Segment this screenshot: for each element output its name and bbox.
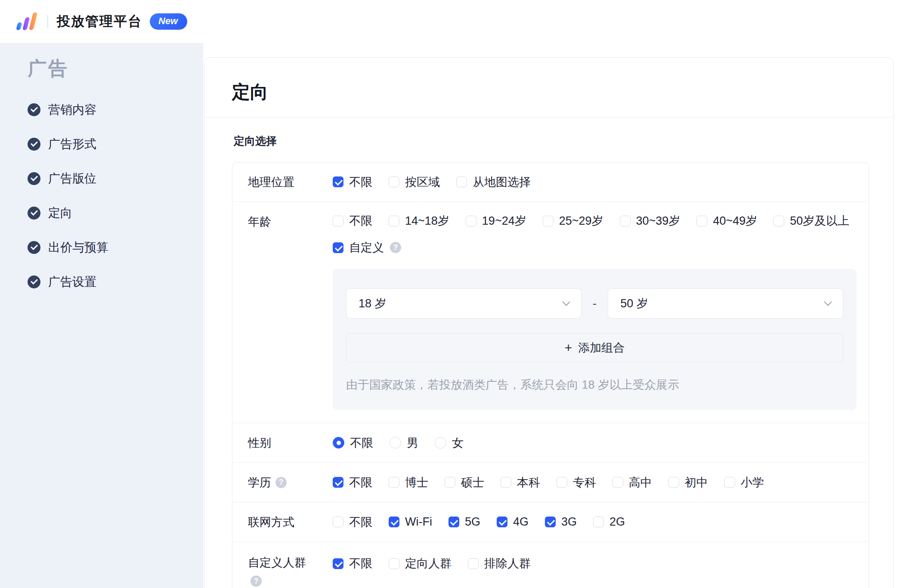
checkbox-option-age-unlimited[interactable]: 不限 bbox=[333, 213, 372, 229]
checkbox[interactable] bbox=[724, 477, 735, 488]
checkbox-option-edu-college[interactable]: 专科 bbox=[557, 475, 596, 490]
checkbox-option-geo-unlimited[interactable]: 不限 bbox=[333, 174, 372, 190]
checkbox[interactable] bbox=[593, 517, 604, 527]
checkbox[interactable] bbox=[456, 176, 467, 187]
checkbox-option-geo-by-region[interactable]: 按区域 bbox=[389, 174, 440, 190]
checkbox-option-age-25-29[interactable]: 25~29岁 bbox=[543, 213, 603, 229]
help-icon[interactable]: ? bbox=[251, 576, 262, 587]
checkbox-label: 按区域 bbox=[405, 174, 440, 190]
checkbox[interactable] bbox=[497, 517, 507, 527]
sidebar-item-ad-placement[interactable]: 广告版位 bbox=[28, 161, 203, 196]
row-label-gender: 性别 bbox=[248, 435, 333, 451]
sidebar-item-targeting[interactable]: 定向 bbox=[28, 196, 203, 230]
checkbox-option-age-30-39[interactable]: 30~39岁 bbox=[620, 213, 680, 229]
radio-button[interactable] bbox=[333, 437, 344, 449]
checkbox[interactable] bbox=[773, 216, 784, 226]
checkbox[interactable] bbox=[445, 477, 455, 488]
sidebar-item-marketing-content[interactable]: 营销内容 bbox=[28, 93, 203, 127]
checkbox[interactable] bbox=[333, 242, 343, 253]
checkbox-option-net-4g[interactable]: 4G bbox=[497, 515, 529, 529]
checkbox[interactable] bbox=[333, 176, 343, 187]
app-logo-icon[interactable] bbox=[15, 11, 40, 32]
row-label-geo: 地理位置 bbox=[248, 174, 333, 190]
checkbox-label: 不限 bbox=[349, 475, 372, 490]
sidebar-item-ad-format[interactable]: 广告形式 bbox=[28, 127, 203, 161]
row-education: 学历 ? 不限 博士 bbox=[232, 463, 869, 502]
checkbox-option-geo-from-map[interactable]: 从地图选择 bbox=[456, 174, 531, 190]
row-label-age: 年龄 bbox=[248, 213, 333, 229]
row-label-text: 性别 bbox=[248, 435, 271, 451]
radio-button[interactable] bbox=[435, 437, 446, 449]
checkbox-option-edu-primary[interactable]: 小学 bbox=[724, 475, 764, 490]
title-divider bbox=[204, 117, 893, 118]
checkbox-option-net-wifi[interactable]: Wi-Fi bbox=[389, 515, 432, 529]
sidebar-item-ad-settings[interactable]: 广告设置 bbox=[28, 265, 203, 299]
age-min-select[interactable]: 18 岁 bbox=[346, 288, 582, 319]
checkbox-option-net-3g[interactable]: 3G bbox=[545, 515, 577, 529]
checkbox[interactable] bbox=[389, 477, 399, 488]
main-area: 定向 定向选择 地理位置 不限 bbox=[203, 43, 897, 588]
sidebar-item-label: 定向 bbox=[48, 205, 72, 221]
checkbox-label: 不限 bbox=[349, 556, 372, 571]
checkbox[interactable] bbox=[620, 216, 631, 226]
checkbox-option-edu-middleschool[interactable]: 初中 bbox=[668, 475, 708, 490]
checkbox-option-net-5g[interactable]: 5G bbox=[448, 515, 480, 529]
targeting-card: 定向 定向选择 地理位置 不限 bbox=[204, 57, 894, 588]
checkbox-option-age-19-24[interactable]: 19~24岁 bbox=[466, 213, 526, 229]
section-label: 定向选择 bbox=[234, 134, 869, 148]
radio-button[interactable] bbox=[390, 437, 401, 449]
checkbox[interactable] bbox=[389, 517, 399, 527]
row-gender: 性别 不限 男 bbox=[232, 423, 869, 463]
checkbox-option-audience-include[interactable]: 定向人群 bbox=[389, 556, 452, 571]
checkbox[interactable] bbox=[612, 477, 623, 488]
sidebar-item-label: 广告设置 bbox=[48, 274, 96, 290]
age-range-panel: 18 岁 - 50 岁 bbox=[333, 269, 857, 410]
checkbox[interactable] bbox=[696, 216, 707, 226]
row-age: 年龄 不限 14~18岁 bbox=[232, 202, 869, 423]
checkbox-option-net-unlimited[interactable]: 不限 bbox=[333, 514, 372, 530]
radio-option-gender-unlimited[interactable]: 不限 bbox=[333, 435, 373, 451]
checkbox-option-age-custom[interactable]: 自定义 bbox=[333, 240, 384, 255]
checkbox[interactable] bbox=[557, 477, 567, 488]
add-combination-button[interactable]: + 添加组合 bbox=[346, 333, 843, 362]
chevron-down-icon bbox=[562, 298, 570, 306]
radio-option-gender-male[interactable]: 男 bbox=[390, 435, 418, 451]
checkbox-option-age-50-plus[interactable]: 50岁及以上 bbox=[773, 213, 849, 229]
checkbox[interactable] bbox=[468, 558, 479, 569]
checkbox[interactable] bbox=[333, 517, 343, 527]
help-icon[interactable]: ? bbox=[275, 477, 287, 488]
checkbox[interactable] bbox=[333, 477, 343, 488]
radio-option-gender-female[interactable]: 女 bbox=[435, 435, 464, 451]
checkbox-option-net-2g[interactable]: 2G bbox=[593, 515, 625, 529]
checkbox-option-edu-doctor[interactable]: 博士 bbox=[389, 475, 428, 490]
help-icon[interactable]: ? bbox=[390, 242, 401, 253]
checkbox[interactable] bbox=[389, 216, 399, 226]
checkbox-option-edu-master[interactable]: 硕士 bbox=[445, 475, 484, 490]
checkbox[interactable] bbox=[333, 558, 343, 569]
checkbox[interactable] bbox=[545, 517, 556, 527]
checkbox-option-audience-exclude[interactable]: 排除人群 bbox=[468, 556, 531, 571]
checkbox-label: 初中 bbox=[685, 475, 708, 490]
checkbox-option-age-14-18[interactable]: 14~18岁 bbox=[389, 213, 449, 229]
checkbox-option-age-40-49[interactable]: 40~49岁 bbox=[696, 213, 757, 229]
checkbox-option-edu-unlimited[interactable]: 不限 bbox=[333, 475, 372, 490]
checkbox[interactable] bbox=[389, 176, 399, 187]
sidebar-item-bid-budget[interactable]: 出价与预算 bbox=[28, 230, 203, 265]
checkbox-label: 不限 bbox=[349, 174, 372, 190]
checkbox[interactable] bbox=[448, 517, 459, 527]
checkbox-option-edu-highschool[interactable]: 高中 bbox=[612, 475, 652, 490]
checkbox-option-edu-bachelor[interactable]: 本科 bbox=[501, 475, 540, 490]
row-label-text: 年龄 bbox=[248, 214, 271, 229]
checkbox[interactable] bbox=[543, 216, 554, 226]
checkbox[interactable] bbox=[333, 216, 343, 226]
checkbox-label: 14~18岁 bbox=[405, 213, 449, 229]
checkbox[interactable] bbox=[389, 558, 399, 569]
checkbox[interactable] bbox=[466, 216, 476, 226]
row-network: 联网方式 不限 Wi-Fi bbox=[232, 502, 869, 542]
sidebar-heading: 广告 bbox=[28, 56, 203, 81]
page: 投放管理平台 New 广告 营销内容 广告形式 广告版位 定向 bbox=[0, 0, 897, 588]
checkbox-option-audience-unlimited[interactable]: 不限 bbox=[333, 556, 372, 571]
checkbox[interactable] bbox=[501, 477, 511, 488]
checkbox[interactable] bbox=[668, 477, 679, 488]
age-max-select[interactable]: 50 岁 bbox=[608, 288, 843, 319]
